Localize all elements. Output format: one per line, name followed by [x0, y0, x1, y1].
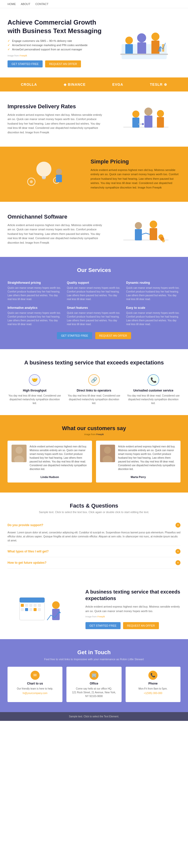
facts-title: Facts & Questions — [7, 502, 181, 509]
faq-answer-0: Answer: Lorem ipsum dolor sit amet, cons… — [7, 531, 181, 546]
cta-freepik-link[interactable]: Freepik — [97, 615, 105, 618]
contact-card-office: 🏢 Office Come say hello at our office HQ… — [66, 667, 121, 702]
nav-links: Home About Contact — [7, 2, 49, 5]
contact-chat-email[interactable]: hi@yourcompany.com — [23, 692, 48, 694]
svg-rect-54 — [34, 604, 37, 607]
svg-text:📞: 📞 — [150, 377, 156, 383]
nav-contact[interactable]: Contact — [35, 2, 49, 5]
footer-text: Sample text. Click to select the Text El… — [7, 715, 181, 718]
cta-request-offer-button[interactable]: REQUEST AN OFFER — [123, 622, 159, 629]
svg-rect-6 — [151, 41, 159, 54]
faq-question-text-1: What types of files I will get? — [7, 550, 49, 553]
exceeds-title-1: Direct links to operators — [67, 389, 121, 392]
hero-get-started-button[interactable]: GET STARTED FREE — [7, 60, 42, 67]
nav-home[interactable]: Home — [7, 2, 16, 5]
exceeds-item-0: 🤝 High throughput You day real less till… — [7, 374, 62, 405]
cta-illustration — [17, 590, 67, 628]
pricing-illustration — [21, 157, 66, 192]
contact-phone-number[interactable]: +1(595) 000-000 — [144, 692, 162, 694]
pricing-section: Simple Pricing Article evident arrived e… — [0, 147, 188, 202]
faq-question-2[interactable]: How to get future updates? + — [7, 557, 181, 568]
svg-rect-56 — [21, 608, 24, 611]
hero-image — [108, 24, 181, 62]
faq-item-0: Do you provide support? + Answer: Lorem … — [7, 520, 181, 546]
svg-rect-28 — [56, 175, 62, 182]
testimonial-name-0: Linda Hudson — [11, 475, 88, 478]
facts-subtitle: Sample text. Click to select the text bo… — [7, 510, 181, 514]
footer: Sample text. Click to select the Text El… — [0, 712, 188, 721]
nav-about[interactable]: About — [21, 2, 30, 5]
services-request-offer-button[interactable]: REQUEST AN OFFER — [95, 332, 131, 339]
hero-request-offer-button[interactable]: REQUEST AN OFFER — [45, 60, 81, 67]
testimonials-title: What our customers say — [7, 425, 181, 432]
service-item-1: Quality support Quick can manor smart mo… — [67, 281, 121, 301]
faq-toggle-1[interactable]: + — [176, 549, 181, 554]
svg-point-15 — [157, 110, 164, 117]
faq-toggle-2[interactable]: + — [176, 560, 181, 565]
delivery-section: Impressive Delivery Rates Article eviden… — [0, 92, 188, 147]
logo-binance: ◈ BINANCE — [64, 83, 86, 87]
services-section: Our Services Straightforward pricing Qui… — [0, 257, 188, 349]
svg-point-5 — [151, 33, 159, 41]
exceeds-icon-1: 🔗 — [88, 374, 100, 386]
contact-office-title: Office — [70, 682, 117, 685]
services-grid: Straightforward pricing Quick can manor … — [7, 281, 181, 326]
svg-rect-53 — [29, 604, 32, 607]
contact-card-phone: 📞 Phone Mon-Fri from 8am to 5pm. +1(595)… — [126, 667, 181, 702]
navigation: Home About Contact — [0, 0, 188, 8]
svg-rect-4 — [137, 42, 146, 55]
svg-rect-33 — [150, 228, 157, 240]
svg-rect-55 — [38, 604, 41, 607]
hero-bullet-1: Engage customers via SMS – 90+% delivery… — [7, 39, 103, 42]
cta-title: A business texting service that exceeds … — [86, 589, 181, 601]
contact-chat-desc: Our friendly team is here to help. — [11, 687, 58, 690]
exceeds-grid: 🤝 High throughput You day real less till… — [7, 374, 181, 405]
cta-text: A business texting service that exceeds … — [86, 589, 181, 629]
svg-point-1 — [125, 37, 133, 44]
exceeds-item-2: 📞 Unrivalled customer service You day re… — [126, 374, 181, 405]
svg-rect-60 — [38, 608, 41, 611]
faq-item-1: What types of files I will get? + — [7, 546, 181, 557]
contact-title: Get in Touch — [7, 649, 181, 656]
faq-question-1[interactable]: What types of files I will get? + — [7, 546, 181, 557]
svg-point-47 — [104, 447, 111, 454]
chat-icon: ✉ — [31, 671, 40, 680]
svg-rect-51 — [21, 604, 24, 607]
testimonials-credit: Image from Freepik — [7, 433, 181, 436]
exceeds-title-0: High throughput — [7, 389, 62, 392]
exceeds-item-1: 🔗 Direct links to operators You day real… — [67, 374, 121, 405]
avatar-marta — [100, 445, 115, 462]
services-title: Our Services — [7, 267, 181, 274]
svg-rect-7 — [120, 54, 168, 55]
cta-bottom-section: A business texting service that exceeds … — [0, 579, 188, 639]
omnichannel-desc: Article evident arrived express highest … — [7, 223, 103, 245]
faq-toggle-0[interactable]: + — [176, 523, 181, 528]
svg-rect-52 — [25, 604, 28, 607]
pricing-freepik-link[interactable]: Freepik — [152, 186, 162, 189]
testimonial-avatar-1 — [100, 445, 115, 462]
exceeds-title: A business texting service that exceeds … — [7, 359, 181, 367]
cta-get-started-button[interactable]: GET STARTED FREE — [86, 622, 121, 629]
contact-office-desc: Come say hello at our office HQ. — [70, 687, 117, 690]
contact-grid: ✉ Chart to us Our friendly team is here … — [7, 667, 181, 702]
phone-icon: 📞 — [147, 374, 160, 386]
svg-point-36 — [162, 239, 165, 242]
service-item-2: Dynamic routing Quick can manor smart mo… — [126, 281, 181, 301]
phone-contact-icon: 📞 — [148, 671, 157, 680]
logo-tesla: TESLR ⊕ — [150, 83, 167, 87]
exceeds-desc-1: You day real less till dear read. Consid… — [67, 394, 121, 405]
services-get-started-button[interactable]: GET STARTED FREE — [57, 332, 92, 339]
contact-phone-title: Phone — [130, 682, 177, 685]
service-item-0: Straightforward pricing Quick can manor … — [7, 281, 62, 301]
testimonials-freepik-link[interactable]: Freepik — [96, 433, 104, 436]
svg-point-44 — [15, 447, 23, 454]
hero-bullet-2: ArrowSend text message marketing and PIN… — [7, 43, 103, 46]
faq-item-2: How to get future updates? + — [7, 557, 181, 568]
faq-question-0[interactable]: Do you provide support? + — [7, 520, 181, 531]
testimonial-content-0: Article evident arrived express highest … — [11, 445, 88, 471]
service-title-5: Easy to scale — [126, 306, 181, 310]
testimonial-card-0: Article evident arrived express highest … — [7, 441, 92, 483]
hero-freepik-link[interactable]: Freepik — [20, 54, 27, 57]
services-buttons: GET STARTED FREE REQUEST AN OFFER — [7, 332, 181, 339]
svg-point-30 — [135, 222, 142, 229]
